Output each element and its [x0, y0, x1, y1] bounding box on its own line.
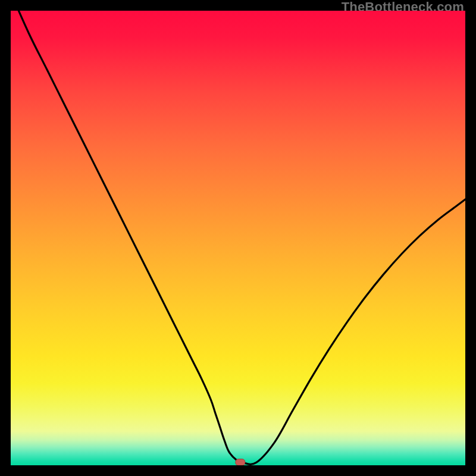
chart-frame: TheBottleneck.com: [0, 0, 476, 476]
bottleneck-curve: [11, 11, 465, 464]
optimum-marker: [236, 459, 245, 465]
curve-layer: [11, 11, 465, 465]
plot-area: [11, 11, 465, 465]
